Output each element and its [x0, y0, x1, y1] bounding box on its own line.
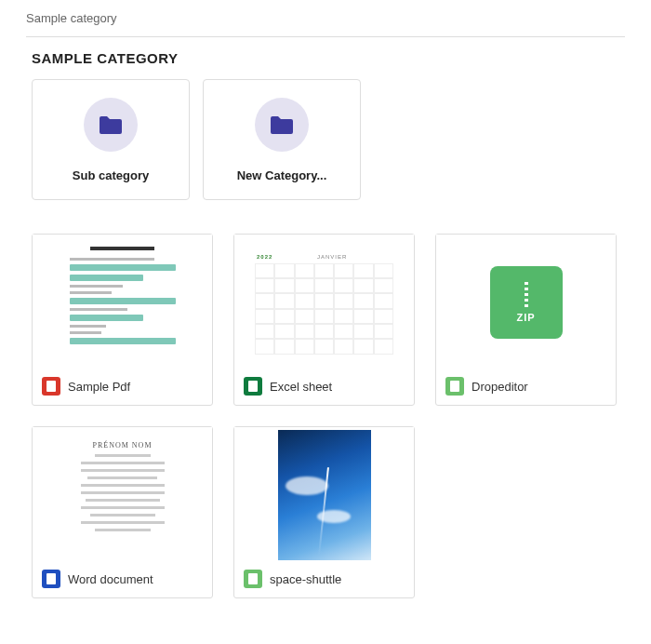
- image-icon: [244, 570, 262, 588]
- file-label: Excel sheet: [270, 380, 332, 394]
- zip-label-text: ZIP: [516, 312, 535, 323]
- folder-label: New Category...: [237, 168, 327, 182]
- calendar-year: 2022: [257, 254, 272, 260]
- pdf-icon: [42, 377, 60, 396]
- folder-label: Sub category: [73, 168, 149, 182]
- folder-icon: [255, 98, 309, 152]
- doc-icon: [42, 570, 60, 588]
- folder-card-new-category[interactable]: New Category...: [203, 79, 361, 200]
- file-card-excel-sheet[interactable]: 2022 JANVIER Excel sheet: [233, 234, 415, 406]
- doc-preview-title: PRÉNOM NOM: [92, 441, 152, 449]
- excel-thumbnail: 2022 JANVIER: [234, 235, 414, 369]
- file-label: Word document: [68, 572, 153, 586]
- zip-thumbnail: ZIP: [436, 235, 616, 369]
- calendar-month: JANVIER: [317, 254, 347, 260]
- file-card-sample-pdf[interactable]: Sample Pdf: [32, 234, 213, 406]
- file-label: Dropeditor: [472, 380, 528, 394]
- breadcrumb-text: Sample category: [26, 11, 117, 25]
- pdf-thumbnail: [33, 235, 212, 369]
- file-card-word-document[interactable]: PRÉNOM NOM Word document: [32, 426, 213, 598]
- xls-icon: [244, 377, 262, 396]
- folder-card-sub-category[interactable]: Sub category: [32, 79, 190, 200]
- folder-icon: [84, 98, 138, 152]
- section-title: SAMPLE CATEGORY: [32, 50, 625, 66]
- file-label: Sample Pdf: [68, 380, 130, 394]
- zip-icon: [445, 377, 464, 396]
- file-grid: Sample Pdf 2022 JANVIER: [32, 234, 625, 598]
- breadcrumb[interactable]: Sample category: [26, 11, 625, 37]
- image-thumbnail: [234, 427, 414, 562]
- doc-thumbnail: PRÉNOM NOM: [33, 427, 212, 562]
- folder-row: Sub category New Category...: [32, 79, 625, 200]
- file-label: space-shuttle: [270, 572, 341, 586]
- file-card-space-shuttle[interactable]: space-shuttle: [233, 426, 415, 598]
- file-card-dropeditor[interactable]: ZIP Dropeditor: [435, 234, 617, 406]
